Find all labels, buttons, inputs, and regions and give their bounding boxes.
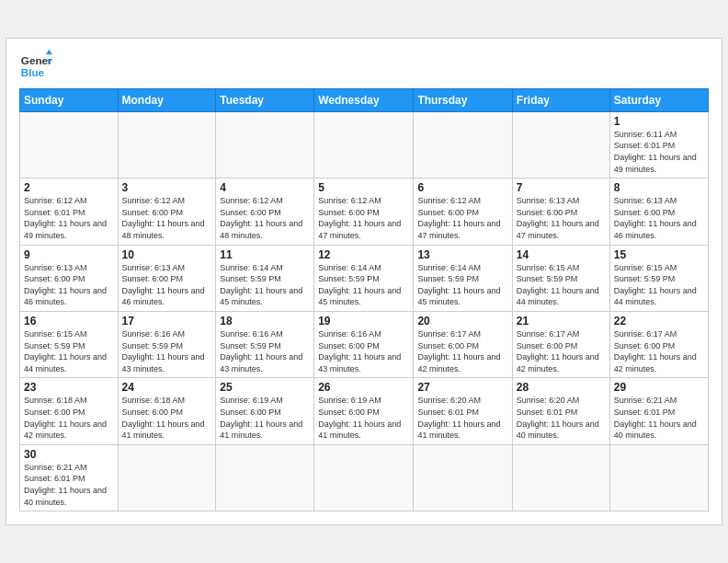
day-info: Sunrise: 6:13 AMSunset: 6:00 PMDaylight:… [122,262,212,308]
table-row: 3 Sunrise: 6:12 AMSunset: 6:00 PMDayligh… [118,178,216,245]
calendar-row: 30 Sunrise: 6:21 AMSunset: 6:01 PMDaylig… [20,444,709,511]
day-info: Sunrise: 6:12 AMSunset: 6:00 PMDaylight:… [318,195,409,241]
table-row: 9 Sunrise: 6:13 AMSunset: 6:00 PMDayligh… [20,245,119,311]
table-row: 11 Sunrise: 6:14 AMSunset: 5:59 PMDaylig… [216,245,314,311]
header-thursday: Thursday [414,88,512,111]
day-number: 2 [24,181,114,194]
day-info: Sunrise: 6:18 AMSunset: 6:00 PMDaylight:… [24,395,114,441]
svg-text:Blue: Blue [21,65,45,77]
weekday-header-row: Sunday Monday Tuesday Wednesday Thursday… [20,88,709,111]
day-number: 3 [122,181,212,194]
day-info: Sunrise: 6:17 AMSunset: 6:00 PMDaylight:… [417,328,507,374]
header-monday: Monday [118,88,216,111]
day-info: Sunrise: 6:15 AMSunset: 5:59 PMDaylight:… [24,328,114,374]
day-number: 28 [517,381,606,394]
header-wednesday: Wednesday [314,88,414,111]
day-number: 26 [318,381,409,394]
header-tuesday: Tuesday [216,88,314,111]
table-row: 12 Sunrise: 6:14 AMSunset: 5:59 PMDaylig… [314,245,414,311]
table-row: 6 Sunrise: 6:12 AMSunset: 6:00 PMDayligh… [414,178,512,245]
day-number: 4 [220,181,310,194]
day-number: 15 [614,248,704,261]
table-row [216,111,314,178]
day-number: 24 [122,381,212,394]
calendar-container: General Blue Sunday Monday Tuesday Wedne… [6,38,722,525]
calendar-row: 1 Sunrise: 6:11 AMSunset: 6:01 PMDayligh… [20,111,709,178]
table-row: 4 Sunrise: 6:12 AMSunset: 6:00 PMDayligh… [216,178,314,245]
table-row: 17 Sunrise: 6:16 AMSunset: 5:59 PMDaylig… [118,312,216,378]
table-row: 2 Sunrise: 6:12 AMSunset: 6:01 PMDayligh… [20,178,119,245]
day-info: Sunrise: 6:21 AMSunset: 6:01 PMDaylight:… [24,462,114,508]
day-number: 14 [517,248,606,261]
day-info: Sunrise: 6:11 AMSunset: 6:01 PMDaylight:… [614,129,704,175]
table-row: 22 Sunrise: 6:17 AMSunset: 6:00 PMDaylig… [609,312,708,378]
table-row [414,111,512,178]
logo-icon: General Blue [19,48,52,81]
day-info: Sunrise: 6:17 AMSunset: 6:00 PMDaylight:… [614,328,704,374]
day-info: Sunrise: 6:13 AMSunset: 6:00 PMDaylight:… [517,195,606,241]
day-number: 21 [517,315,606,327]
day-info: Sunrise: 6:20 AMSunset: 6:01 PMDaylight:… [517,395,606,441]
table-row [314,111,414,178]
day-number: 13 [417,248,507,261]
table-row: 10 Sunrise: 6:13 AMSunset: 6:00 PMDaylig… [118,245,216,311]
table-row: 20 Sunrise: 6:17 AMSunset: 6:00 PMDaylig… [414,312,512,378]
header-sunday: Sunday [20,88,119,111]
table-row: 13 Sunrise: 6:14 AMSunset: 5:59 PMDaylig… [414,245,512,311]
day-number: 16 [24,315,114,327]
table-row [20,111,119,178]
table-row: 1 Sunrise: 6:11 AMSunset: 6:01 PMDayligh… [609,111,708,178]
day-info: Sunrise: 6:12 AMSunset: 6:00 PMDaylight:… [122,195,212,241]
day-number: 7 [517,181,606,194]
day-number: 20 [417,315,507,327]
day-info: Sunrise: 6:16 AMSunset: 6:00 PMDaylight:… [318,328,409,374]
table-row: 23 Sunrise: 6:18 AMSunset: 6:00 PMDaylig… [20,378,119,444]
calendar-row: 23 Sunrise: 6:18 AMSunset: 6:00 PMDaylig… [20,378,709,444]
table-row: 8 Sunrise: 6:13 AMSunset: 6:00 PMDayligh… [609,178,708,245]
day-info: Sunrise: 6:12 AMSunset: 6:00 PMDaylight:… [220,195,310,241]
day-info: Sunrise: 6:14 AMSunset: 5:59 PMDaylight:… [318,262,409,308]
day-info: Sunrise: 6:12 AMSunset: 6:01 PMDaylight:… [24,195,114,241]
table-row: 7 Sunrise: 6:13 AMSunset: 6:00 PMDayligh… [512,178,609,245]
day-number: 10 [122,248,212,261]
day-number: 29 [614,381,704,394]
table-row: 26 Sunrise: 6:19 AMSunset: 6:00 PMDaylig… [314,378,414,444]
header-friday: Friday [512,88,609,111]
day-number: 19 [318,315,409,327]
day-number: 12 [318,248,409,261]
table-row [512,444,609,511]
table-row [216,444,314,511]
day-number: 1 [614,115,704,128]
table-row: 24 Sunrise: 6:18 AMSunset: 6:00 PMDaylig… [118,378,216,444]
calendar-table: Sunday Monday Tuesday Wednesday Thursday… [19,88,709,511]
table-row [414,444,512,511]
table-row [118,111,216,178]
day-info: Sunrise: 6:19 AMSunset: 6:00 PMDaylight:… [220,395,310,441]
svg-marker-2 [46,50,52,54]
day-info: Sunrise: 6:13 AMSunset: 6:00 PMDaylight:… [614,195,704,241]
day-info: Sunrise: 6:16 AMSunset: 5:59 PMDaylight:… [122,328,212,374]
table-row: 30 Sunrise: 6:21 AMSunset: 6:01 PMDaylig… [20,444,119,511]
table-row: 28 Sunrise: 6:20 AMSunset: 6:01 PMDaylig… [512,378,609,444]
calendar-row: 16 Sunrise: 6:15 AMSunset: 5:59 PMDaylig… [20,312,709,378]
calendar-row: 9 Sunrise: 6:13 AMSunset: 6:00 PMDayligh… [20,245,709,311]
day-info: Sunrise: 6:14 AMSunset: 5:59 PMDaylight:… [417,262,507,308]
day-info: Sunrise: 6:20 AMSunset: 6:01 PMDaylight:… [417,395,507,441]
day-number: 5 [318,181,409,194]
day-info: Sunrise: 6:13 AMSunset: 6:00 PMDaylight:… [24,262,114,308]
table-row [512,111,609,178]
table-row: 16 Sunrise: 6:15 AMSunset: 5:59 PMDaylig… [20,312,119,378]
day-info: Sunrise: 6:18 AMSunset: 6:00 PMDaylight:… [122,395,212,441]
day-number: 23 [24,381,114,394]
table-row: 21 Sunrise: 6:17 AMSunset: 6:00 PMDaylig… [512,312,609,378]
day-number: 30 [24,448,114,461]
header-saturday: Saturday [609,88,708,111]
day-info: Sunrise: 6:21 AMSunset: 6:01 PMDaylight:… [614,395,704,441]
day-info: Sunrise: 6:17 AMSunset: 6:00 PMDaylight:… [517,328,606,374]
day-number: 8 [614,181,704,194]
day-info: Sunrise: 6:19 AMSunset: 6:00 PMDaylight:… [318,395,409,441]
table-row [118,444,216,511]
calendar-header: General Blue [19,48,709,81]
day-info: Sunrise: 6:16 AMSunset: 5:59 PMDaylight:… [220,328,310,374]
day-info: Sunrise: 6:15 AMSunset: 5:59 PMDaylight:… [517,262,606,308]
